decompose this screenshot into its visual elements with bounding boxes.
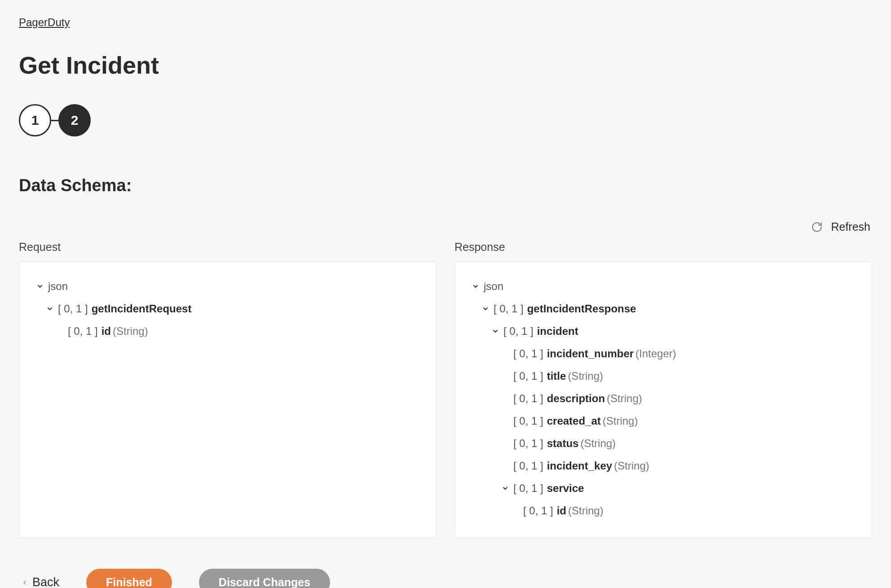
cardinality: [ 0, 1 ] [513,435,543,452]
discard-button[interactable]: Discard Changes [199,569,330,588]
field-name: id [101,323,111,339]
step-connector [51,120,58,121]
cardinality: [ 0, 1 ] [513,480,543,496]
response-panel: json[ 0, 1 ]getIncidentResponse[ 0, 1 ]i… [454,262,872,538]
tree-node[interactable]: [ 0, 1 ]service [502,480,855,496]
field-name: title [547,368,566,384]
cardinality: [ 0, 1 ] [68,323,98,339]
tree-node[interactable]: [ 0, 1 ]incident_key (String) [502,458,855,474]
refresh-button[interactable]: Refresh [811,220,870,233]
request-header: Request [19,241,437,254]
cardinality: [ 0, 1 ] [513,391,543,407]
back-label: Back [32,575,59,588]
request-panel: json[ 0, 1 ]getIncidentRequest[ 0, 1 ]id… [19,262,437,538]
field-name: service [547,480,584,496]
chevron-down-icon [502,485,510,492]
field-name: created_at [547,413,601,429]
field-type: (String) [580,435,616,452]
field-type: (Integer) [635,346,676,362]
field-name: status [547,435,579,452]
tree-node[interactable]: [ 0, 1 ]description (String) [502,391,855,407]
refresh-label: Refresh [831,220,870,233]
tree-root[interactable]: json [36,278,419,294]
step-1[interactable]: 1 [19,104,51,136]
back-button[interactable]: Back [22,575,59,588]
cardinality: [ 0, 1 ] [513,368,543,384]
chevron-down-icon [36,283,44,290]
chevron-down-icon [482,305,490,312]
field-name: description [547,391,605,407]
cardinality: [ 0, 1 ] [513,346,543,362]
page-title: Get Incident [19,51,872,79]
field-name: incident [537,323,578,339]
breadcrumb-parent-link[interactable]: PagerDuty [19,16,70,28]
tree-root-label: json [48,278,68,294]
chevron-down-icon [46,305,54,312]
breadcrumb: PagerDuty [19,16,872,29]
stepper: 1 2 [19,104,872,136]
tree-root-label: json [484,278,503,294]
tree-node[interactable]: [ 0, 1 ]id (String) [512,503,855,519]
cardinality: [ 0, 1 ] [503,323,534,339]
step-2[interactable]: 2 [58,104,91,136]
cardinality: [ 0, 1 ] [58,301,88,317]
tree-node[interactable]: [ 0, 1 ]id (String) [56,323,419,339]
request-column: Request json[ 0, 1 ]getIncidentRequest[ … [19,241,437,538]
field-type: (String) [568,368,603,384]
cardinality: [ 0, 1 ] [494,301,524,317]
field-name: getIncidentRequest [92,301,192,317]
field-type: (String) [568,503,604,519]
tree-node[interactable]: [ 0, 1 ]incident [492,323,855,339]
response-header: Response [454,241,872,254]
field-type: (String) [113,323,148,339]
field-type: (String) [607,391,642,407]
cardinality: [ 0, 1 ] [513,413,543,429]
field-name: incident_key [547,458,612,474]
field-name: id [557,503,566,519]
tree-node[interactable]: [ 0, 1 ]status (String) [502,435,855,452]
field-name: getIncidentResponse [527,301,636,317]
refresh-icon [811,221,823,233]
cardinality: [ 0, 1 ] [523,503,553,519]
section-header: Data Schema: [19,176,872,195]
field-type: (String) [603,413,638,429]
footer-actions: Back Finished Discard Changes [19,569,872,588]
tree-root[interactable]: json [472,278,855,294]
tree-node[interactable]: [ 0, 1 ]created_at (String) [502,413,855,429]
response-column: Response json[ 0, 1 ]getIncidentResponse… [454,241,872,538]
chevron-down-icon [472,283,480,290]
cardinality: [ 0, 1 ] [513,458,543,474]
chevron-down-icon [492,328,500,335]
finished-button[interactable]: Finished [86,569,172,588]
tree-node[interactable]: [ 0, 1 ]getIncidentRequest [46,301,419,317]
chevron-left-icon [22,578,28,587]
tree-node[interactable]: [ 0, 1 ]title (String) [502,368,855,384]
tree-node[interactable]: [ 0, 1 ]incident_number (Integer) [502,346,855,362]
field-type: (String) [614,458,649,474]
tree-node[interactable]: [ 0, 1 ]getIncidentResponse [482,301,855,317]
field-name: incident_number [547,346,634,362]
